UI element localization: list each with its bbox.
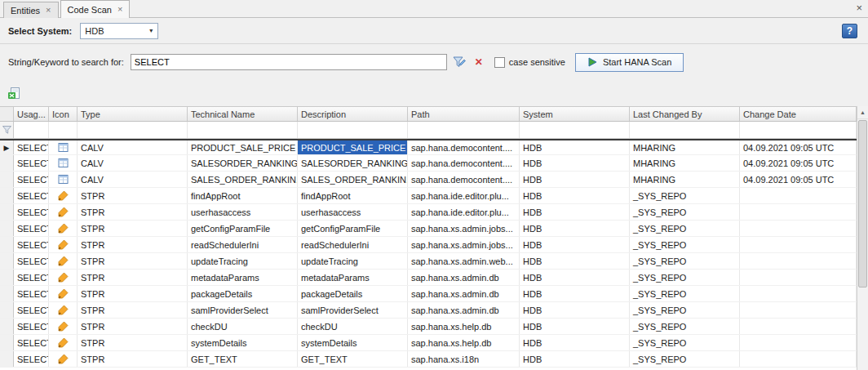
cell-system[interactable]: HDB	[520, 270, 630, 285]
table-row[interactable]: SELECTSTPRcheckDUcheckDUsap.hana.xs.help…	[0, 319, 857, 335]
filter-cell-path[interactable]	[408, 122, 520, 138]
column-header-system[interactable]: System	[520, 107, 630, 121]
filter-cell-icon[interactable]	[49, 122, 78, 138]
tab-code-scan[interactable]: Code Scan ×	[60, 0, 131, 18]
cell-change_date[interactable]	[740, 270, 857, 285]
cell-description[interactable]: PRODUCT_SALE_PRICE	[298, 140, 408, 154]
cell-description[interactable]: readSchedulerIni	[298, 237, 408, 252]
cell-technical_name[interactable]: updateTracing	[188, 253, 298, 269]
cell-technical_name[interactable]: userhasaccess	[188, 204, 298, 220]
cell-description[interactable]: findAppRoot	[298, 188, 408, 203]
row-indicator[interactable]	[0, 221, 14, 236]
vertical-scrollbar[interactable]: ▲	[857, 106, 868, 370]
column-header-path[interactable]: Path	[408, 107, 520, 121]
cell-path[interactable]: sap.hana.xs.admin.web...	[408, 253, 520, 269]
cell-usage[interactable]: SELECT	[14, 253, 49, 269]
cell-technical_name[interactable]: getConfigParamFile	[188, 221, 298, 236]
filter-cell-type[interactable]	[78, 122, 188, 138]
row-indicator[interactable]	[0, 155, 14, 171]
table-row[interactable]: SELECTCALVSALESORDER_RANKING...SALESORDE…	[0, 155, 857, 172]
cell-last_changed_by[interactable]: _SYS_REPO	[630, 253, 740, 269]
cell-technical_name[interactable]: readSchedulerIni	[188, 237, 298, 252]
row-indicator[interactable]	[0, 270, 14, 285]
cell-description[interactable]: systemDetails	[298, 335, 408, 350]
stpr-icon[interactable]	[49, 319, 78, 334]
column-header-usage[interactable]: Usag...	[14, 107, 49, 121]
row-indicator[interactable]	[0, 237, 14, 252]
grid-filter-row[interactable]	[0, 122, 857, 139]
search-input[interactable]	[131, 54, 447, 70]
cell-path[interactable]: sap.hana.xs.admin.db	[408, 270, 520, 285]
cell-description[interactable]: getConfigParamFile	[298, 221, 408, 236]
stpr-icon[interactable]	[49, 351, 78, 367]
table-row[interactable]: SELECTSTPRreadSchedulerInireadSchedulerI…	[0, 237, 857, 253]
cell-change_date[interactable]	[740, 237, 857, 252]
cell-technical_name[interactable]: findAppRoot	[188, 188, 298, 203]
row-indicator[interactable]	[0, 319, 14, 334]
cell-system[interactable]: HDB	[520, 188, 630, 203]
column-header-type[interactable]: Type	[78, 107, 188, 121]
cell-type[interactable]: STPR	[78, 270, 188, 285]
cell-path[interactable]: sap.hana.xs.admin.db	[408, 302, 520, 318]
table-row[interactable]: SELECTSTPRfindAppRootfindAppRootsap.hana…	[0, 188, 857, 204]
cell-type[interactable]: STPR	[78, 351, 188, 367]
cell-change_date[interactable]	[740, 204, 857, 220]
cell-change_date[interactable]: 04.09.2021 09:05 UTC	[740, 155, 857, 171]
cell-last_changed_by[interactable]: MHARING	[630, 140, 740, 154]
cell-technical_name[interactable]: systemDetails	[188, 335, 298, 350]
cell-usage[interactable]: SELECT	[14, 155, 49, 171]
row-indicator[interactable]	[0, 335, 14, 350]
row-indicator[interactable]	[0, 253, 14, 269]
cell-change_date[interactable]	[740, 319, 857, 334]
row-indicator[interactable]	[0, 188, 14, 203]
calv-icon[interactable]	[49, 155, 78, 171]
case-sensitive-checkbox[interactable]	[494, 57, 505, 68]
cell-system[interactable]: HDB	[520, 237, 630, 252]
cell-last_changed_by[interactable]: _SYS_REPO	[630, 204, 740, 220]
cell-type[interactable]: STPR	[78, 286, 188, 301]
table-row[interactable]: SELECTSTPRpackageDetailspackageDetailssa…	[0, 286, 857, 302]
table-row[interactable]: SELECTSTPRgetConfigParamFilegetConfigPar…	[0, 221, 857, 237]
stpr-icon[interactable]	[49, 253, 78, 269]
cell-technical_name[interactable]: PRODUCT_SALE_PRICE	[188, 140, 298, 154]
calv-icon[interactable]	[49, 140, 78, 154]
stpr-icon[interactable]	[49, 188, 78, 203]
cell-path[interactable]: sap.hana.xs.help.db	[408, 335, 520, 350]
cell-type[interactable]: STPR	[78, 188, 188, 203]
stpr-icon[interactable]	[49, 302, 78, 318]
cell-change_date[interactable]	[740, 351, 857, 367]
cell-last_changed_by[interactable]: _SYS_REPO	[630, 335, 740, 350]
cell-type[interactable]: STPR	[78, 221, 188, 236]
column-header-technical_name[interactable]: Technical Name	[188, 107, 298, 121]
filter-cell-technical_name[interactable]	[188, 122, 298, 138]
cell-technical_name[interactable]: samlProviderSelect	[188, 302, 298, 318]
help-button[interactable]: ?	[842, 24, 857, 38]
filter-cell-last_changed_by[interactable]	[630, 122, 740, 138]
table-row[interactable]: SELECTSTPRuserhasaccessuserhasaccesssap.…	[0, 204, 857, 221]
cell-system[interactable]: HDB	[520, 302, 630, 318]
stpr-icon[interactable]	[49, 286, 78, 301]
cell-change_date[interactable]	[740, 335, 857, 350]
stpr-icon[interactable]	[49, 270, 78, 285]
cell-change_date[interactable]	[740, 188, 857, 203]
row-indicator[interactable]	[0, 204, 14, 220]
cell-description[interactable]: samlProviderSelect	[298, 302, 408, 318]
cell-path[interactable]: sap.hana.xs.admin.jobs...	[408, 237, 520, 252]
cell-path[interactable]: sap.hana.ide.editor.plu...	[408, 188, 520, 203]
export-excel-icon[interactable]	[7, 86, 21, 100]
cell-last_changed_by[interactable]: MHARING	[630, 155, 740, 171]
stpr-icon[interactable]	[49, 335, 78, 350]
filter-funnel-icon[interactable]	[0, 122, 14, 138]
cell-technical_name[interactable]: SALES_ORDER_RANKIN...	[188, 172, 298, 187]
cell-path[interactable]: sap.hana.democontent....	[408, 155, 520, 171]
cell-system[interactable]: HDB	[520, 204, 630, 220]
start-hana-scan-button[interactable]: Start HANA Scan	[575, 53, 684, 72]
cell-type[interactable]: STPR	[78, 237, 188, 252]
cell-change_date[interactable]	[740, 253, 857, 269]
cell-technical_name[interactable]: metadataParams	[188, 270, 298, 285]
cell-system[interactable]: HDB	[520, 172, 630, 187]
cell-technical_name[interactable]: checkDU	[188, 319, 298, 334]
cell-change_date[interactable]: 04.09.2021 09:05 UTC	[740, 140, 857, 154]
cell-usage[interactable]: SELECT	[14, 237, 49, 252]
cell-type[interactable]: STPR	[78, 319, 188, 334]
